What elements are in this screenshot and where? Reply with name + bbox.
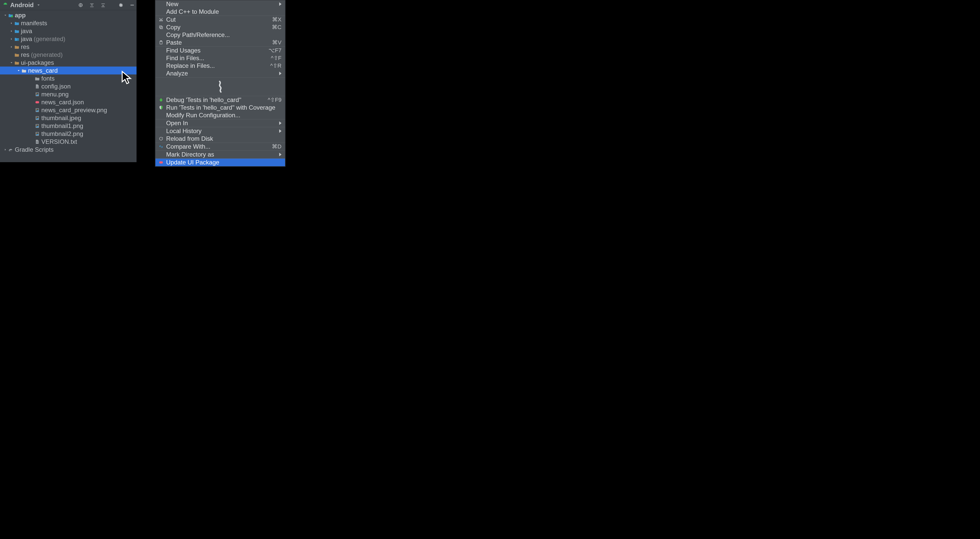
- chevron-right-icon[interactable]: [10, 45, 13, 49]
- tree-node-app[interactable]: app: [0, 11, 137, 19]
- hide-panel-icon[interactable]: [129, 2, 135, 8]
- menu-item-replace-in-files[interactable]: Replace in Files...^⇧R: [156, 62, 285, 70]
- select-opened-file-icon[interactable]: [78, 2, 83, 8]
- menu-item-label: Local History: [166, 127, 202, 135]
- tree-node-fonts[interactable]: fonts: [0, 75, 137, 82]
- tree-node-label: config.json: [41, 83, 71, 90]
- tree-node-label: res: [21, 51, 29, 59]
- file-image-icon: [35, 124, 40, 128]
- chevron-down-icon[interactable]: [10, 61, 13, 65]
- context-menu: NewAdd C++ to ModuleCut⌘XCopy⌘CCopy Path…: [155, 0, 285, 166]
- menu-item-label: Paste: [166, 39, 182, 46]
- tree-node-res[interactable]: res: [0, 43, 137, 51]
- chevron-right-icon[interactable]: [3, 148, 7, 151]
- menu-item-compare-with[interactable]: Compare With...⌘D: [156, 143, 285, 151]
- svg-text:{}: {}: [37, 86, 38, 88]
- reload-icon: [158, 136, 164, 142]
- menu-item-label: New: [166, 0, 178, 8]
- menu-item-copy-path[interactable]: Copy Path/Reference...: [156, 31, 285, 39]
- menu-item-label: Copy Path/Reference...: [166, 32, 230, 38]
- menu-item-add-cpp[interactable]: Add C++ to Module: [156, 8, 285, 16]
- svg-point-29: [37, 133, 37, 133]
- chevron-right-icon[interactable]: [10, 29, 13, 33]
- tree-node-java-gen[interactable]: java(generated): [0, 35, 137, 43]
- submenu-chevron-icon: [279, 70, 282, 77]
- menu-item-run-coverage[interactable]: Run 'Tests in 'hello_card'' with Coverag…: [156, 104, 285, 111]
- tree-node-thumbnail2.png[interactable]: thumbnail2.png: [0, 130, 137, 138]
- menu-item-mark-dir[interactable]: Mark Directory as: [156, 151, 285, 159]
- blank-icon: [158, 63, 164, 69]
- svg-point-0: [4, 4, 5, 4]
- menu-item-paste[interactable]: Paste⌘V: [156, 39, 285, 46]
- file-text-icon: [35, 139, 40, 144]
- blank-icon: [158, 1, 164, 7]
- menu-item-update-ui-pkg[interactable]: Update UI Package: [156, 159, 285, 166]
- tree-node-news_card[interactable]: news_card: [0, 67, 137, 75]
- tree-node-config.json[interactable]: {}config.json: [0, 82, 137, 90]
- submenu-chevron-icon: [279, 1, 282, 7]
- menu-item-shortcut: ⌘V: [272, 39, 282, 46]
- menu-item-find-in-files[interactable]: Find in Files...^⇧F: [156, 54, 285, 62]
- menu-item-analyze[interactable]: Analyze: [156, 70, 285, 77]
- tree-node-thumbnail.jpeg[interactable]: thumbnail.jpeg: [0, 114, 137, 122]
- menu-item-label: Find Usages: [166, 47, 200, 54]
- folder-plain-icon: [35, 76, 40, 81]
- tree-node-label: VERSION.txt: [41, 138, 77, 145]
- project-view-selector[interactable]: Android: [3, 2, 41, 9]
- file-image-icon: [35, 131, 40, 136]
- chevron-down-icon[interactable]: [3, 14, 7, 17]
- tree-node-label: java: [21, 35, 32, 43]
- menu-item-open-in[interactable]: Open In: [156, 119, 285, 127]
- folder-gen-icon: [14, 36, 19, 41]
- tree-node-label: news_card: [28, 67, 58, 74]
- project-header: Android: [0, 0, 137, 10]
- blank-icon: [158, 32, 164, 38]
- menu-item-label: Run 'Tests in 'hello_card'' with Coverag…: [166, 104, 275, 111]
- submenu-chevron-icon: [279, 128, 282, 134]
- submenu-chevron-icon: [279, 151, 282, 158]
- file-image-icon: [35, 108, 40, 113]
- tree-node-manifests[interactable]: manifests: [0, 19, 137, 27]
- settings-gear-icon[interactable]: [118, 2, 124, 8]
- folder-icon: [14, 21, 19, 26]
- tree-node-thumbnail1.png[interactable]: thumbnail1.png: [0, 122, 137, 130]
- collapse-all-icon[interactable]: [100, 2, 106, 8]
- menu-item-copy[interactable]: Copy⌘C: [156, 24, 285, 31]
- tree-node-news_card.json[interactable]: news_card.json: [0, 98, 137, 106]
- folder-res-icon: [14, 60, 19, 65]
- blank-icon: [158, 120, 164, 126]
- menu-item-new[interactable]: New: [156, 0, 285, 8]
- project-tool-window: Android appmanifestsjavajava(gener: [0, 0, 137, 162]
- menu-item-label: Add C++ to Module: [166, 8, 219, 15]
- chevron-right-icon[interactable]: [10, 21, 13, 25]
- chevron-right-icon[interactable]: [10, 37, 13, 41]
- menu-item-label: Analyze: [166, 70, 188, 77]
- menu-item-shortcut: ^⇧R: [270, 62, 282, 69]
- expand-all-icon[interactable]: [89, 2, 95, 8]
- folder-res-icon: [14, 44, 19, 49]
- chevron-down-icon[interactable]: [17, 69, 21, 72]
- menu-item-label: Copy: [166, 24, 180, 31]
- svg-rect-35: [159, 26, 162, 28]
- tree-node-java[interactable]: java: [0, 27, 137, 35]
- menu-item-cut[interactable]: Cut⌘X: [156, 16, 285, 24]
- tree-node-label: menu.png: [41, 91, 68, 98]
- tree-node-menu.png[interactable]: menu.png: [0, 90, 137, 98]
- menu-item-debug-tests[interactable]: Debug 'Tests in 'hello_card''^⇧F9: [156, 96, 285, 104]
- tree-node-newscard_prev[interactable]: news_card_preview.png: [0, 106, 137, 114]
- menu-item-modify-run[interactable]: Modify Run Configuration...: [156, 111, 285, 119]
- blank-icon: [158, 128, 164, 134]
- tree-node-gradle[interactable]: Gradle Scripts: [0, 146, 137, 154]
- svg-point-15: [37, 94, 37, 94]
- project-tree[interactable]: appmanifestsjavajava(generated)resres(ge…: [0, 10, 137, 154]
- tree-node-label: app: [15, 12, 26, 19]
- tree-node-suffix: (generated): [34, 35, 65, 43]
- svg-point-23: [37, 117, 37, 118]
- menu-item-local-history[interactable]: Local History: [156, 127, 285, 135]
- tree-node-ui-packages[interactable]: ui-packages: [0, 59, 137, 67]
- menu-item-reload-disk[interactable]: Reload from Disk: [156, 135, 285, 143]
- file-image-icon: [35, 92, 40, 97]
- tree-node-res-gen[interactable]: res(generated): [0, 51, 137, 59]
- menu-item-find-usages[interactable]: Find Usages⌥F7: [156, 47, 285, 54]
- tree-node-VERSION.txt[interactable]: VERSION.txt: [0, 138, 137, 146]
